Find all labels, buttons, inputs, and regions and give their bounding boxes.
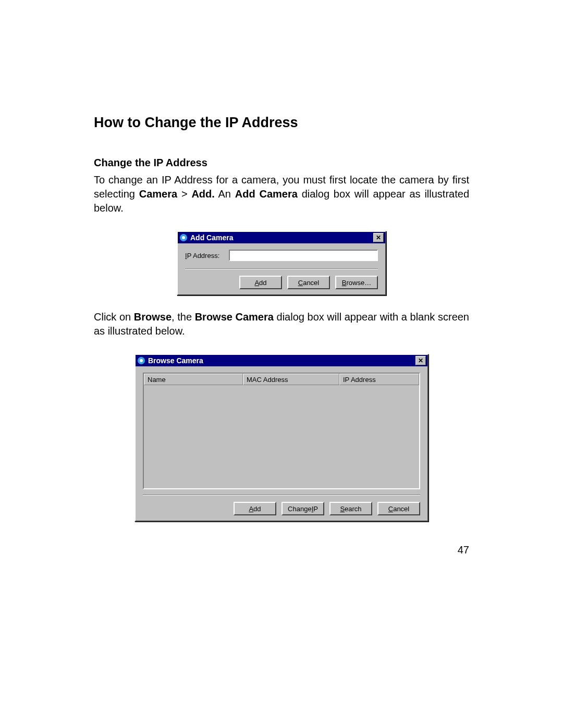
page-number: 47 <box>458 544 469 556</box>
btn-rest: ancel <box>393 505 409 513</box>
btn-underline: C <box>298 279 303 287</box>
title-bar: Add Camera ✕ <box>178 232 385 243</box>
btn-underline: A <box>249 505 253 513</box>
close-icon: ✕ <box>376 234 381 241</box>
listview-header: Name MAC Address IP Address <box>144 374 419 385</box>
paragraph-intro: To change an IP Address for a camera, yo… <box>94 173 469 215</box>
btn-underline: A <box>254 279 259 287</box>
text-run: > <box>177 188 191 200</box>
btn-rest: P <box>313 505 318 513</box>
svg-point-1 <box>182 236 185 239</box>
add-camera-dialog-wrap: Add Camera ✕ IP Address: Add Cancel Brow… <box>94 231 469 295</box>
sub-heading: Change the IP Address <box>94 157 469 169</box>
dialog-body: Name MAC Address IP Address Add Change I… <box>136 366 427 521</box>
separator <box>185 268 378 269</box>
text-run: , the <box>172 311 195 323</box>
close-button[interactable]: ✕ <box>373 233 384 242</box>
btn-pre: Change <box>288 505 312 513</box>
column-header-name[interactable]: Name <box>144 374 243 385</box>
btn-rest: rowse… <box>346 279 371 287</box>
main-heading: How to Change the IP Address <box>94 115 469 131</box>
svg-point-3 <box>140 359 143 362</box>
title-text: Browse Camera <box>148 356 415 365</box>
listview-body-empty <box>144 385 419 488</box>
button-row: Add Change IP Search Cancel <box>143 502 420 515</box>
text-run: Click on <box>94 311 134 323</box>
title-text: Add Camera <box>190 233 373 242</box>
column-header-ip[interactable]: IP Address <box>339 374 419 385</box>
title-bar: Browse Camera ✕ <box>136 355 427 366</box>
btn-rest: dd <box>259 279 266 287</box>
cancel-button[interactable]: Cancel <box>287 276 330 289</box>
browse-camera-dialog: Browse Camera ✕ Name MAC Address IP Addr… <box>134 354 429 522</box>
browse-button[interactable]: Browse… <box>335 276 378 289</box>
text-bold-browse: Browse <box>134 311 172 323</box>
btn-underline: S <box>340 505 345 513</box>
add-camera-dialog: Add Camera ✕ IP Address: Add Cancel Brow… <box>177 231 386 295</box>
text-bold-browse-camera: Browse Camera <box>195 311 274 323</box>
close-icon: ✕ <box>418 357 423 364</box>
add-button[interactable]: Add <box>234 502 276 515</box>
search-button[interactable]: Search <box>329 502 372 515</box>
btn-rest: earch <box>345 505 362 513</box>
text-run: An <box>215 188 235 200</box>
column-header-mac[interactable]: MAC Address <box>243 374 339 385</box>
camera-icon <box>137 356 145 365</box>
btn-underline: C <box>388 505 393 513</box>
btn-rest: dd <box>253 505 261 513</box>
button-row: Add Cancel Browse… <box>185 276 378 289</box>
ip-address-input[interactable] <box>229 250 378 261</box>
change-ip-button[interactable]: Change IP <box>282 502 324 515</box>
paragraph-browse: Click on Browse, the Browse Camera dialo… <box>94 310 469 338</box>
add-button[interactable]: Add <box>239 276 282 289</box>
dialog-body: IP Address: Add Cancel Browse… <box>178 243 385 294</box>
text-bold-camera: Camera <box>139 188 177 200</box>
separator <box>143 495 420 496</box>
browse-camera-dialog-wrap: Browse Camera ✕ Name MAC Address IP Addr… <box>94 354 469 522</box>
camera-icon <box>179 233 188 242</box>
text-bold-add: Add. <box>191 188 214 200</box>
cancel-button[interactable]: Cancel <box>377 502 420 515</box>
label-rest: P Address: <box>187 252 220 260</box>
text-bold-add-camera: Add Camera <box>235 188 298 200</box>
ip-address-row: IP Address: <box>185 250 378 261</box>
ip-address-label: IP Address: <box>185 252 229 260</box>
btn-underline: B <box>342 279 347 287</box>
close-button[interactable]: ✕ <box>415 356 426 365</box>
camera-listview[interactable]: Name MAC Address IP Address <box>143 373 420 489</box>
document-page: How to Change the IP Address Change the … <box>0 0 563 728</box>
btn-rest: ancel <box>303 279 319 287</box>
